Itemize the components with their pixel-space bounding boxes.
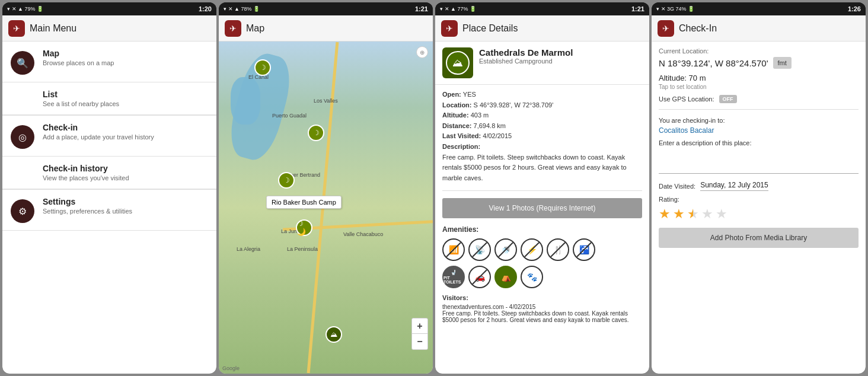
menu-subtitle-settings: Settings, preferences & utilities (43, 208, 208, 215)
place-logo-inner: ⛰ (446, 51, 470, 75)
map-pin-2[interactable]: ☽ (308, 125, 324, 141)
map-lake2 (231, 77, 260, 125)
amenity-pets: 🐾 (521, 266, 543, 288)
place-title-group: Cathedrals De Marmol Established Campgro… (479, 47, 573, 65)
amenity-no-car: 🚗 (468, 266, 491, 288)
app-header-4: ✈ Check-In (652, 15, 866, 42)
menu-subtitle-list: See a list of nearby places (43, 100, 208, 107)
menu-item-settings[interactable]: ⚙ Settings Settings, preferences & utili… (2, 189, 216, 231)
star-4[interactable]: ★ (701, 206, 713, 222)
app-title-3: Place Details (462, 23, 518, 34)
menu-title-history: Check-in history (43, 164, 208, 173)
compass-icon[interactable]: ⊕ (416, 46, 428, 58)
status-bar-2: ▾ ✕ ▲ 78% 🔋 1:21 (219, 2, 433, 15)
place-logo: ⛰ (442, 47, 473, 78)
app-title-2: Map (246, 23, 264, 34)
checkin-place-link[interactable]: Cocalitos Bacalar (659, 126, 859, 135)
place-distance: Distance: 7,694.8 km (442, 121, 642, 132)
date-value[interactable]: Sunday, 12 July 2015 (700, 181, 768, 191)
map-screen[interactable]: El Canal Puerto Guadal Los Valles Puer B… (219, 42, 433, 374)
amenity-camping: ⛺ (494, 266, 517, 288)
main-menu-screen: 🔍 Map Browse places on a map List See a … (2, 42, 216, 374)
zoom-in-button[interactable]: + (412, 318, 427, 334)
gps-label: Use GPS Location: (659, 95, 714, 103)
tap-set-label[interactable]: Tap to set location (659, 84, 859, 90)
zoom-out-button[interactable]: − (412, 334, 427, 349)
phone-map: ▾ ✕ ▲ 78% 🔋 1:21 ✈ Map El Canal Puerto G… (219, 2, 433, 374)
date-label: Date Visited: (659, 183, 695, 190)
menu-text-history: Check-in history View the places you've … (11, 164, 208, 181)
map-pin-4[interactable]: ☽🌙 (296, 219, 312, 236)
status-bar-1: ▾ ✕ ▲ 79% 🔋 1:20 (2, 2, 216, 15)
checkin-form: Current Location: N 18°39.124', W 88°24.… (652, 42, 866, 254)
app-header-2: ✈ Map (219, 15, 433, 42)
place-location: Location: S 46°39.928', W 72°38.709' (442, 100, 642, 111)
time-2: 1:21 (415, 5, 428, 12)
star-5[interactable]: ★ (716, 206, 727, 222)
map-zoom-controls: + − (411, 318, 428, 350)
place-details-screen: ⛰ Cathedrals De Marmol Established Campg… (435, 42, 649, 374)
map-pin-1[interactable]: ☽ (254, 59, 271, 76)
add-photo-button[interactable]: Add Photo From Media Library (659, 228, 859, 248)
menu-item-map[interactable]: 🔍 Map Browse places on a map (2, 42, 216, 82)
place-altitude: Altitude: 403 m (442, 110, 642, 121)
menu-title-map: Map (43, 49, 208, 58)
google-label: Google (222, 365, 240, 371)
amenity-no-food: 🍴 (547, 238, 569, 261)
current-location-label: Current Location: (659, 47, 859, 55)
menu-text-map: Map Browse places on a map (43, 49, 208, 66)
map-tooltip: Rio Baker Bush Camp (266, 196, 342, 209)
place-name: Cathedrals De Marmol (479, 47, 573, 58)
time-4: 1:26 (848, 5, 861, 12)
view-photos-button[interactable]: View 1 Photos (Requires Internet) (442, 198, 642, 218)
app-logo-2: ✈ (225, 20, 241, 37)
menu-title-settings: Settings (43, 197, 208, 206)
checkin-screen: Current Location: N 18°39.124', W 88°24.… (652, 42, 866, 374)
app-title-4: Check-In (679, 23, 717, 34)
menu-text-checkin: Check-in Add a place, update your travel… (43, 123, 208, 141)
menu-item-history[interactable]: Check-in history View the places you've … (2, 157, 216, 189)
place-description: Description:Free camp. Pit toilets. Stee… (442, 142, 642, 183)
menu-subtitle-checkin: Add a place, update your travel history (43, 133, 208, 141)
rating-label: Rating: (659, 196, 859, 203)
map-background[interactable]: El Canal Puerto Guadal Los Valles Puer B… (219, 42, 433, 374)
stars-row: ★ ★ ★ ★ ★ (659, 206, 859, 222)
map-icon: 🔍 (11, 51, 34, 75)
amenity-no-signal: 📡 (468, 238, 491, 261)
amenity-pit-toilet: 🚽PIT TOILETS (442, 266, 465, 288)
amenity-no-wifi: 📶 (442, 238, 465, 261)
menu-item-checkin[interactable]: ◎ Check-in Add a place, update your trav… (2, 115, 216, 157)
fmt-button[interactable]: fmt (773, 57, 792, 69)
menu-item-list[interactable]: List See a list of nearby places (2, 82, 216, 115)
place-divider (442, 190, 642, 191)
visitor-entry: thenextadventures.com - 4/02/2015 Free c… (442, 304, 642, 323)
amenities-row-2: 🚽PIT TOILETS 🚗 ⛺ 🐾 (435, 263, 649, 291)
phone-place-details: ▾ ✕ ▲ 77% 🔋 1:21 ✈ Place Details ⛰ Cathe… (435, 2, 649, 374)
map-pin-3[interactable]: ☽ (278, 172, 295, 189)
altitude-label: Altitude: (659, 74, 687, 82)
app-logo-1: ✈ (8, 20, 25, 37)
desc-label: Enter a description of this place: (659, 139, 859, 146)
visitors-section: Visitors: thenextadventures.com - 4/02/2… (435, 291, 649, 327)
star-1[interactable]: ★ (659, 206, 671, 222)
map-pin-5[interactable]: ⛰ (326, 326, 342, 343)
menu-text-list: List See a list of nearby places (11, 90, 208, 107)
status-icons-1: ▾ ✕ ▲ 79% 🔋 (7, 6, 43, 12)
star-3[interactable]: ★ (687, 206, 699, 222)
time-3: 1:21 (631, 5, 644, 12)
phone-main-menu: ▾ ✕ ▲ 79% 🔋 1:20 ✈ Main Menu 🔍 Map Brows… (2, 2, 216, 374)
menu-title-checkin: Check-in (43, 123, 208, 132)
app-logo-4: ✈ (658, 20, 674, 37)
place-type: Established Campground (479, 58, 573, 65)
coords-display: N 18°39.124', W 88°24.570' fmt (659, 57, 859, 69)
star-2[interactable]: ★ (673, 206, 685, 222)
amenity-no-shower: 🚿 (494, 238, 517, 261)
checkin-icon: ◎ (11, 125, 34, 149)
amenity-no-drink: 🚰 (573, 238, 595, 261)
description-input[interactable] (659, 150, 859, 174)
settings-icon: ⚙ (11, 199, 34, 223)
map-label-chacabuco: Valle Chacabuco (343, 231, 383, 237)
app-header-1: ✈ Main Menu (2, 15, 216, 42)
gps-toggle[interactable]: OFF (719, 95, 737, 103)
date-row: Date Visited: Sunday, 12 July 2015 (659, 181, 859, 191)
